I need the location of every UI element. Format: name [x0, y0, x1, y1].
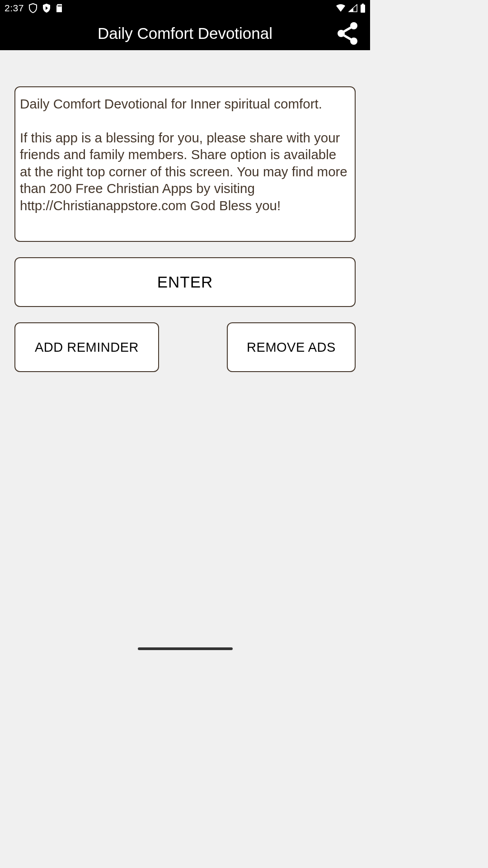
- home-indicator[interactable]: [138, 647, 233, 650]
- share-button[interactable]: [334, 20, 361, 47]
- svg-line-8: [343, 27, 352, 32]
- app-bar: Daily Comfort Devotional: [0, 16, 370, 50]
- app-title: Daily Comfort Devotional: [98, 24, 272, 42]
- status-bar: 2:37: [0, 0, 370, 16]
- info-text: Daily Comfort Devotional for Inner spiri…: [20, 95, 350, 214]
- svg-rect-3: [362, 4, 364, 5]
- wifi-icon: [336, 4, 346, 12]
- remove-ads-button[interactable]: REMOVE ADS: [227, 322, 356, 372]
- main-content: Daily Comfort Devotional for Inner spiri…: [0, 50, 370, 372]
- add-reminder-button[interactable]: ADD REMINDER: [14, 322, 159, 372]
- svg-rect-0: [58, 5, 59, 7]
- status-left: 2:37: [5, 3, 63, 14]
- signal-icon: [348, 4, 357, 12]
- status-right: [336, 4, 366, 13]
- info-card: Daily Comfort Devotional for Inner spiri…: [14, 86, 356, 242]
- svg-line-9: [343, 35, 352, 40]
- play-protect-icon: [42, 3, 51, 13]
- shield-outline-icon: [28, 3, 38, 13]
- enter-button[interactable]: ENTER: [14, 257, 356, 307]
- svg-rect-2: [61, 5, 61, 7]
- button-row: ADD REMINDER REMOVE ADS: [14, 322, 356, 372]
- share-icon: [337, 22, 358, 45]
- svg-rect-4: [361, 5, 365, 13]
- status-time: 2:37: [5, 3, 24, 14]
- sd-card-icon: [56, 4, 63, 13]
- svg-rect-1: [59, 5, 60, 7]
- battery-icon: [360, 4, 366, 13]
